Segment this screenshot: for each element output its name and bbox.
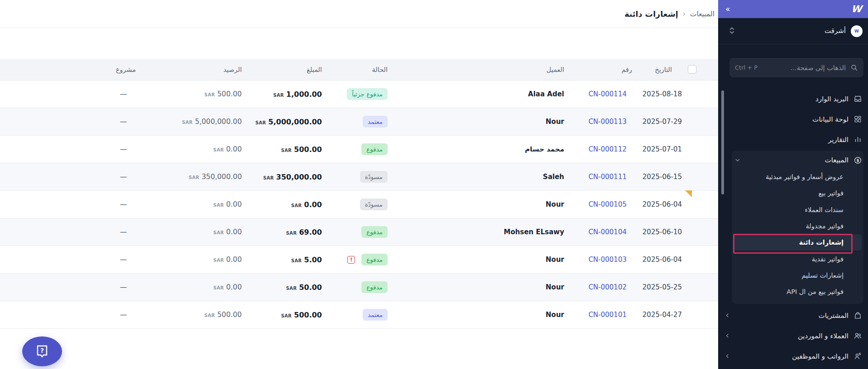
- account-updown-icon: [729, 27, 735, 34]
- sidebar-subitem-cash-invoices[interactable]: فواتير نقدية: [734, 251, 862, 267]
- sidebar-subitem-scheduled-invoices[interactable]: فواتير مجدولة: [734, 218, 862, 234]
- cell-balance: SAR500.00: [136, 301, 242, 328]
- chevron-left-icon: [724, 312, 730, 318]
- sidebar-subitem-quotes[interactable]: عروض أسعار و فواتير مبدئية: [734, 169, 862, 185]
- sidebar-item-payroll[interactable]: $ الرواتب و الموظفين: [729, 346, 863, 366]
- table-row[interactable]: 2025-07-01 CN-000112 محمد حسام مدفوع ! S…: [0, 136, 718, 163]
- status-badge: مدفوع: [361, 143, 388, 155]
- table-row[interactable]: 2025-05-25 CN-000102 Nour مدفوع ! SAR50.…: [0, 274, 718, 301]
- cell-date: 2025-07-01: [632, 136, 682, 163]
- inbox-icon: [854, 95, 862, 103]
- header-project[interactable]: مشروع: [0, 59, 136, 80]
- collapse-sidebar-icon[interactable]: »: [725, 0, 729, 18]
- header-date[interactable]: التاريخ: [632, 59, 682, 80]
- header-amount[interactable]: المبلغ: [242, 59, 322, 80]
- cell-select: [682, 246, 718, 273]
- header-number[interactable]: رقم: [578, 59, 632, 80]
- cell-project: —: [0, 80, 136, 108]
- cell-status: معتمد !: [322, 301, 388, 328]
- account-switcher[interactable]: W أشرقت: [718, 18, 868, 44]
- credit-note-link[interactable]: CN-000105: [589, 200, 627, 208]
- status-badge: معتمد: [363, 309, 388, 321]
- cell-balance: SAR5,000,000.00: [136, 108, 242, 135]
- brand-logo[interactable]: W: [850, 0, 862, 18]
- cell-project: —: [0, 108, 136, 135]
- cell-customer: Nour: [388, 191, 578, 218]
- goto-page-input[interactable]: الذهاب إلى صفحة... Ctrl + P: [729, 58, 863, 77]
- sidebar-item-inbox[interactable]: البريد الوارد: [729, 89, 863, 109]
- credit-note-link[interactable]: CN-000112: [589, 145, 627, 153]
- cell-select: [682, 80, 718, 108]
- table-row[interactable]: 2025-06-04 CN-000103 Nour مدفوع ! SAR5.0…: [0, 246, 718, 274]
- credit-note-link[interactable]: CN-000101: [589, 311, 627, 319]
- sidebar-subitem-credit-notes[interactable]: إشعارات دائنة: [734, 234, 862, 251]
- sidebar-item-sales[interactable]: $ المبيعات: [732, 151, 863, 169]
- breadcrumb-parent[interactable]: المبيعات: [690, 10, 715, 18]
- table-row[interactable]: 2025-04-27 CN-000101 Nour معتمد ! SAR500…: [0, 301, 718, 329]
- table-row[interactable]: 2025-06-10 CN-000104 Mohsen ELsawy مدفوع…: [0, 218, 718, 246]
- sidebar-item-reports[interactable]: التقارير: [729, 129, 863, 150]
- sidebar-menu-top: البريد الوارد لوحة البيانات التقارير: [729, 89, 863, 150]
- cell-date: 2025-05-25: [632, 274, 682, 301]
- cell-project: —: [0, 191, 136, 218]
- sidebar-subitem-customer-vouchers[interactable]: سندات العملاء: [734, 202, 862, 218]
- cell-status: مدفوع !: [322, 136, 388, 163]
- credit-note-link[interactable]: CN-000111: [589, 173, 627, 181]
- help-button[interactable]: ?: [22, 336, 62, 366]
- help-icon: ?: [34, 343, 50, 360]
- cell-amount: SAR500.00: [242, 136, 322, 163]
- sidebar-item-customers-suppliers[interactable]: العملاء و الموردين: [729, 326, 863, 346]
- credit-note-link[interactable]: CN-000113: [589, 118, 627, 126]
- select-all-checkbox[interactable]: [688, 65, 696, 74]
- cell-date: 2025-06-04: [632, 246, 682, 273]
- status-badge: مسودّة: [360, 199, 388, 210]
- sidebar-scrollbar[interactable]: [721, 90, 724, 194]
- main-content: المبيعات ‹ إشعارات دائنة إنشاء التصدير ا…: [0, 0, 718, 369]
- cell-amount: SAR1,000.00: [242, 80, 322, 108]
- breadcrumb-separator-icon: ‹: [683, 10, 686, 18]
- goto-search-icon: [850, 64, 858, 71]
- cell-customer: Nour: [388, 108, 578, 135]
- cell-balance: SAR0.00: [136, 191, 242, 218]
- cell-status: معتمد !: [322, 108, 388, 135]
- sidebar-item-purchases[interactable]: المشتريات: [729, 305, 863, 326]
- cell-customer: Alaa Adel: [388, 80, 578, 108]
- cell-select: [682, 218, 718, 246]
- table-body: 2025-08-18 CN-000114 Alaa Adel مدفوع جزئ…: [0, 80, 718, 329]
- table-row[interactable]: 2025-06-15 CN-000111 Saleh مسودّة ! SAR3…: [0, 163, 718, 191]
- sidebar-item-label: المبيعات: [825, 156, 849, 164]
- cell-project: —: [0, 301, 136, 328]
- credit-note-link[interactable]: CN-000103: [589, 255, 627, 264]
- header-status[interactable]: الحالة: [322, 59, 388, 80]
- sidebar-item-label: التقارير: [828, 136, 849, 144]
- header-customer[interactable]: العميل: [388, 59, 578, 80]
- table-row[interactable]: 2025-07-29 CN-000113 Nour معتمد ! SAR5,0…: [0, 108, 718, 136]
- chevron-down-icon: [734, 157, 741, 163]
- sidebar-item-label: الرواتب و الموظفين: [792, 352, 849, 360]
- sidebar-subitem-sales-invoices[interactable]: فواتير بيع: [734, 185, 862, 201]
- cell-number: CN-000111: [578, 163, 632, 190]
- cell-status: مدفوع !: [322, 274, 388, 301]
- header-balance[interactable]: الرصيد: [136, 59, 242, 80]
- table-row[interactable]: 2025-06-04 CN-000105 Nour مسودّة ! SAR0.…: [0, 191, 718, 218]
- cell-status: مسودّة !: [322, 163, 388, 190]
- status-badge: مدفوع جزئياً: [347, 88, 388, 100]
- svg-text:$: $: [858, 352, 861, 356]
- credit-note-link[interactable]: CN-000102: [589, 283, 627, 291]
- account-name: أشرقت: [825, 27, 846, 35]
- avatar: W: [851, 25, 863, 37]
- cell-project: —: [0, 218, 136, 246]
- table-row[interactable]: 2025-08-18 CN-000114 Alaa Adel مدفوع جزئ…: [0, 80, 718, 108]
- cell-amount: SAR5.00: [242, 246, 322, 273]
- sidebar-item-dashboard[interactable]: لوحة البيانات: [729, 109, 863, 129]
- sidebar-subitem-api-invoices[interactable]: فواتير بيع من ال API: [734, 284, 862, 300]
- sales-icon: $: [854, 156, 862, 165]
- sidebar-subitem-delivery-notes[interactable]: إشعارات تسليم: [734, 267, 862, 284]
- credit-note-link[interactable]: CN-000104: [589, 228, 627, 236]
- svg-text:$: $: [856, 158, 859, 162]
- cell-balance: SAR350,000.00: [136, 163, 242, 190]
- credit-note-link[interactable]: CN-000114: [589, 90, 627, 98]
- cell-date: 2025-08-18: [632, 80, 682, 108]
- sidebar-header: » W: [718, 0, 868, 18]
- cell-balance: SAR0.00: [136, 218, 242, 246]
